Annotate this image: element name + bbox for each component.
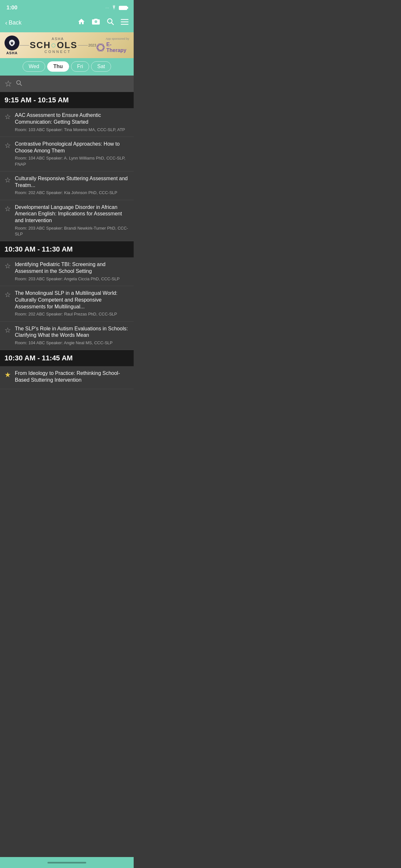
time-section-title-2: 10:30 AM - 11:30 AM (4, 245, 73, 253)
back-chevron-icon: ‹ (5, 19, 7, 27)
session-content-3: Culturally Responsive Stuttering Assessm… (15, 175, 129, 196)
wifi-icon (111, 5, 117, 11)
session-item-6[interactable]: ☆ The Monolingual SLP in a Multilingual … (0, 286, 134, 321)
session-details-4: Room: 203 ABC Speaker: Brandi Newkirk-Tu… (15, 225, 129, 237)
time-section-title-1: 9:15 AM - 10:15 AM (4, 96, 69, 104)
session-title-1: AAC Assessment to Ensure Authentic Commu… (15, 112, 129, 126)
time-section-header-1: 9:15 AM - 10:15 AM (0, 92, 134, 108)
session-item-3[interactable]: ☆ Culturally Responsive Stuttering Asses… (0, 172, 134, 200)
schools-connect-logo: ASHA SCH○OLS 2023 CONNECT (19, 37, 96, 54)
etherapy-logo: E-Therapy (96, 42, 129, 53)
session-item-8[interactable]: ★ From Ideology to Practice: Rethinking … (0, 366, 134, 389)
session-title-4: Developmental Language Disorder in Afric… (15, 204, 129, 224)
session-content-5: Identifying Pediatric TBI: Screening and… (15, 261, 129, 282)
back-button[interactable]: ‹ Back (5, 19, 22, 27)
session-details-6: Room: 202 ABC Speaker: Raul Prezas PhD, … (15, 311, 129, 317)
session-item-1[interactable]: ☆ AAC Assessment to Ensure Authentic Com… (0, 108, 134, 137)
etherapy-name-label: E-Therapy (106, 42, 129, 53)
session-star-3[interactable]: ☆ (4, 176, 11, 184)
session-content-4: Developmental Language Disorder in Afric… (15, 204, 129, 237)
svg-point-2 (107, 19, 112, 23)
nav-bar: ‹ Back (0, 14, 134, 32)
status-bar: 1:00 ··· (0, 0, 134, 14)
session-title-5: Identifying Pediatric TBI: Screening and… (15, 261, 129, 275)
favorites-filter-star[interactable]: ☆ (4, 79, 12, 89)
session-details-3: Room: 202 ABC Speaker: Kia Johnson PhD, … (15, 190, 129, 196)
sessions-content: 9:15 AM - 10:15 AM ☆ AAC Assessment to E… (0, 92, 134, 389)
session-content-1: AAC Assessment to Ensure Authentic Commu… (15, 112, 129, 133)
tab-fri[interactable]: Fri (71, 61, 89, 72)
asha-circle-logo (4, 35, 19, 51)
home-icon[interactable] (78, 18, 85, 27)
filter-bar: ☆ (0, 75, 134, 92)
tab-thu[interactable]: Thu (47, 61, 69, 72)
schools-year: 2023 (89, 43, 96, 47)
schools-connect-label: CONNECT (44, 50, 71, 54)
svg-rect-5 (121, 22, 128, 23)
session-content-2: Contrastive Phonological Approaches: How… (15, 141, 129, 167)
session-details-1: Room: 103 ABC Speaker: Tina Moreno MA, C… (15, 127, 129, 133)
tab-sat[interactable]: Sat (91, 61, 111, 72)
session-content-8: From Ideology to Practice: Rethinking Sc… (15, 370, 129, 385)
svg-point-12 (17, 81, 21, 85)
session-title-2: Contrastive Phonological Approaches: How… (15, 141, 129, 154)
session-item-5[interactable]: ☆ Identifying Pediatric TBI: Screening a… (0, 257, 134, 286)
session-item-7[interactable]: ☆ The SLP's Role in Autism Evaluations i… (0, 321, 134, 350)
search-filter (16, 80, 129, 88)
session-star-4[interactable]: ☆ (4, 205, 11, 213)
camera-icon[interactable] (92, 18, 100, 27)
status-time: 1:00 (6, 4, 18, 11)
day-tabs: Wed Thu Fri Sat (0, 58, 134, 75)
svg-rect-4 (121, 19, 128, 20)
session-details-7: Room: 104 ABC Speaker: Angie Neal MS, CC… (15, 340, 129, 346)
svg-line-3 (112, 23, 114, 25)
session-title-3: Culturally Responsive Stuttering Assessm… (15, 175, 129, 189)
sponsor-section: App sponsored by E-Therapy (96, 37, 129, 53)
svg-rect-6 (121, 24, 128, 25)
session-star-6[interactable]: ☆ (4, 290, 11, 299)
session-star-2[interactable]: ☆ (4, 142, 11, 150)
session-item-2[interactable]: ☆ Contrastive Phonological Approaches: H… (0, 137, 134, 172)
time-section-title-3: 10:30 AM - 11:45 AM (4, 354, 73, 362)
svg-point-1 (95, 21, 97, 23)
asha-text-label: ASHA (6, 51, 18, 55)
svg-point-11 (96, 42, 105, 52)
signal-dots: ··· (105, 6, 109, 10)
session-star-5[interactable]: ☆ (4, 262, 11, 270)
session-content-7: The SLP's Role in Autism Evaluations in … (15, 326, 129, 346)
battery-icon (119, 6, 127, 10)
status-icons: ··· (105, 5, 127, 11)
svg-line-13 (20, 84, 22, 86)
time-section-header-2: 10:30 AM - 11:30 AM (0, 241, 134, 257)
session-title-6: The Monolingual SLP in a Multilingual Wo… (15, 290, 129, 310)
session-item-4[interactable]: ☆ Developmental Language Disorder in Afr… (0, 200, 134, 242)
asha-logo: ASHA (4, 35, 19, 55)
session-details-2: Room: 104 ABC Speaker: A. Lynn Williams … (15, 155, 129, 167)
back-label: Back (9, 20, 22, 26)
svg-point-8 (11, 42, 13, 44)
session-content-6: The Monolingual SLP in a Multilingual Wo… (15, 290, 129, 317)
schools-main-title: SCH○OLS (30, 41, 78, 50)
menu-icon[interactable] (121, 19, 128, 27)
time-section-header-3: 10:30 AM - 11:45 AM (0, 350, 134, 366)
sponsor-label: App sponsored by (105, 37, 129, 40)
session-title-8: From Ideology to Practice: Rethinking Sc… (15, 370, 129, 383)
nav-icons (78, 18, 128, 27)
tab-wed[interactable]: Wed (23, 61, 45, 72)
session-title-7: The SLP's Role in Autism Evaluations in … (15, 326, 129, 339)
search-filter-icon (16, 80, 22, 88)
search-icon[interactable] (106, 18, 114, 27)
session-details-5: Room: 203 ABC Speaker: Angela Ciccia PhD… (15, 276, 129, 282)
header-banner: ASHA ASHA SCH○OLS 2023 CONNECT App spons… (0, 32, 134, 58)
session-star-8[interactable]: ★ (4, 371, 11, 379)
session-star-1[interactable]: ☆ (4, 113, 11, 121)
session-star-7[interactable]: ☆ (4, 326, 11, 335)
